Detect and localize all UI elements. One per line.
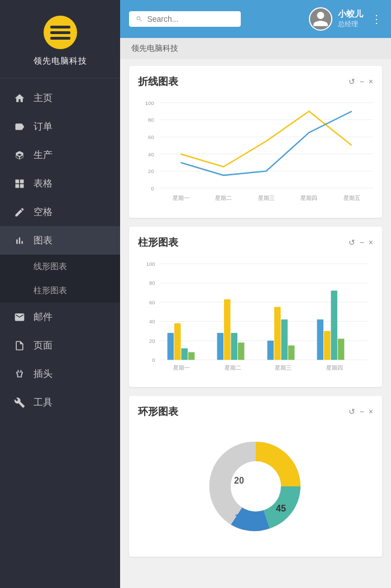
svg-rect-42 <box>288 346 294 360</box>
line-chart-refresh-icon[interactable]: ↺ <box>349 77 355 86</box>
svg-point-50 <box>231 461 281 511</box>
main-content: 小蛟儿 总经理 ⋮ 领先电脑科技 折线图表 ↺ − × <box>120 0 391 588</box>
sidebar-item-home[interactable]: 主页 <box>0 84 120 112</box>
user-role: 总经理 <box>338 20 363 29</box>
svg-text:20: 20 <box>149 338 155 344</box>
ring-chart-svg-wrap: 20 45 15 <box>138 425 373 548</box>
ring-chart-card: 环形图表 ↺ − × <box>129 396 382 557</box>
content-area: 折线图表 ↺ − × 100 80 <box>120 59 391 563</box>
tools-icon <box>13 396 26 409</box>
svg-text:0: 0 <box>151 185 154 192</box>
svg-rect-39 <box>268 341 274 360</box>
search-box[interactable] <box>129 11 241 27</box>
svg-text:60: 60 <box>149 299 155 305</box>
ring-chart-title: 环形图表 <box>138 405 178 418</box>
bar-chart-header: 柱形图表 ↺ − × <box>138 236 373 249</box>
svg-rect-40 <box>274 307 280 360</box>
avatar <box>309 7 332 31</box>
sidebar-sub-chart: 线形图表 柱形图表 <box>0 255 120 303</box>
sidebar-item-page-label: 页面 <box>34 339 53 352</box>
svg-rect-47 <box>338 339 344 360</box>
sidebar-item-chart[interactable]: 图表 <box>0 226 120 255</box>
svg-text:星期三: 星期三 <box>258 195 275 201</box>
ring-chart-close-icon[interactable]: × <box>369 407 373 416</box>
search-icon <box>136 15 142 23</box>
bar-chart-close-icon[interactable]: × <box>369 238 373 247</box>
sidebar-item-table-label: 表格 <box>34 177 53 190</box>
header: 小蛟儿 总经理 ⋮ <box>120 0 391 38</box>
sidebar-item-home-label: 主页 <box>34 92 53 104</box>
bar-chart-actions: ↺ − × <box>349 238 373 247</box>
logo-text: 领先电脑科技 <box>34 56 87 66</box>
ring-chart-refresh-icon[interactable]: ↺ <box>349 407 355 416</box>
sidebar-item-space-label: 空格 <box>34 205 53 218</box>
sidebar-logo: 领先电脑科技 <box>0 0 120 78</box>
user-info: 小蛟儿 总经理 <box>338 9 363 29</box>
sidebar-nav: 主页 订单 生产 表格 空格 <box>0 78 120 588</box>
line-chart-title: 折线图表 <box>138 75 178 88</box>
sidebar-item-production-label: 生产 <box>34 149 53 161</box>
svg-rect-45 <box>324 331 330 360</box>
line-chart-close-icon[interactable]: × <box>369 77 373 86</box>
breadcrumb: 领先电脑科技 <box>120 38 391 59</box>
svg-rect-29 <box>168 333 174 360</box>
svg-text:星期四: 星期四 <box>301 195 317 201</box>
box-icon <box>13 149 26 161</box>
file-icon <box>13 340 26 352</box>
bar-chart-minus-icon[interactable]: − <box>360 238 364 247</box>
svg-rect-32 <box>188 352 194 360</box>
svg-rect-37 <box>238 342 244 360</box>
svg-rect-30 <box>174 323 180 360</box>
sidebar-item-page[interactable]: 页面 <box>0 331 120 360</box>
svg-text:15: 15 <box>235 513 244 522</box>
bar-chart-refresh-icon[interactable]: ↺ <box>349 238 355 247</box>
home-icon <box>13 92 26 104</box>
mail-icon <box>13 311 26 323</box>
search-input[interactable] <box>147 15 234 23</box>
svg-text:60: 60 <box>148 134 154 140</box>
svg-text:40: 40 <box>148 151 154 157</box>
more-menu-icon[interactable]: ⋮ <box>371 12 382 26</box>
svg-rect-41 <box>281 319 287 360</box>
sidebar-item-chart-label: 图表 <box>34 234 53 247</box>
sidebar-item-order-label: 订单 <box>34 120 53 133</box>
sidebar-item-barchart-label: 柱形图表 <box>34 285 67 296</box>
svg-text:45: 45 <box>276 504 286 513</box>
bar-chart-card: 柱形图表 ↺ − × 100 80 <box>129 227 382 387</box>
ring-chart-minus-icon[interactable]: − <box>360 407 364 416</box>
sidebar-item-space[interactable]: 空格 <box>0 198 120 226</box>
sidebar-item-plugin[interactable]: 插头 <box>0 360 120 388</box>
line-chart-svg: 100 80 60 40 20 0 星期一 星期二 星期三 星期四 星期五 <box>138 95 373 207</box>
sidebar-item-mail[interactable]: 邮件 <box>0 303 120 331</box>
svg-text:80: 80 <box>149 280 155 286</box>
sidebar: 领先电脑科技 主页 订单 生产 表格 <box>0 0 120 588</box>
svg-text:100: 100 <box>146 261 155 267</box>
sidebar-item-table[interactable]: 表格 <box>0 169 120 198</box>
grid-icon <box>13 178 26 190</box>
svg-text:80: 80 <box>148 117 154 123</box>
sidebar-item-linechart[interactable]: 线形图表 <box>0 255 120 279</box>
svg-text:星期一: 星期一 <box>173 365 190 371</box>
user-area: 小蛟儿 总经理 ⋮ <box>309 7 382 31</box>
bar-chart-svg: 100 80 60 40 20 0 星期一 <box>138 256 373 376</box>
user-name: 小蛟儿 <box>338 9 363 20</box>
sidebar-item-production[interactable]: 生产 <box>0 141 120 169</box>
line-chart-minus-icon[interactable]: − <box>360 77 364 86</box>
sidebar-item-plugin-label: 插头 <box>34 367 53 380</box>
svg-text:星期二: 星期二 <box>225 365 241 371</box>
edit-icon <box>13 206 26 218</box>
sidebar-item-barchart[interactable]: 柱形图表 <box>0 279 120 303</box>
svg-rect-36 <box>231 333 237 360</box>
ring-chart-actions: ↺ − × <box>349 407 373 416</box>
sidebar-item-tools-label: 工具 <box>34 396 53 409</box>
sidebar-item-order[interactable]: 订单 <box>0 112 120 141</box>
bar-chart-title: 柱形图表 <box>138 236 178 249</box>
svg-text:40: 40 <box>149 318 155 324</box>
chart-icon <box>13 235 26 247</box>
svg-text:星期五: 星期五 <box>344 195 360 201</box>
svg-text:星期三: 星期三 <box>275 365 292 371</box>
bar-chart-svg-wrap: 100 80 60 40 20 0 星期一 <box>138 256 373 378</box>
sidebar-item-tools[interactable]: 工具 <box>0 388 120 417</box>
svg-text:100: 100 <box>145 100 154 106</box>
sidebar-item-mail-label: 邮件 <box>34 310 53 323</box>
